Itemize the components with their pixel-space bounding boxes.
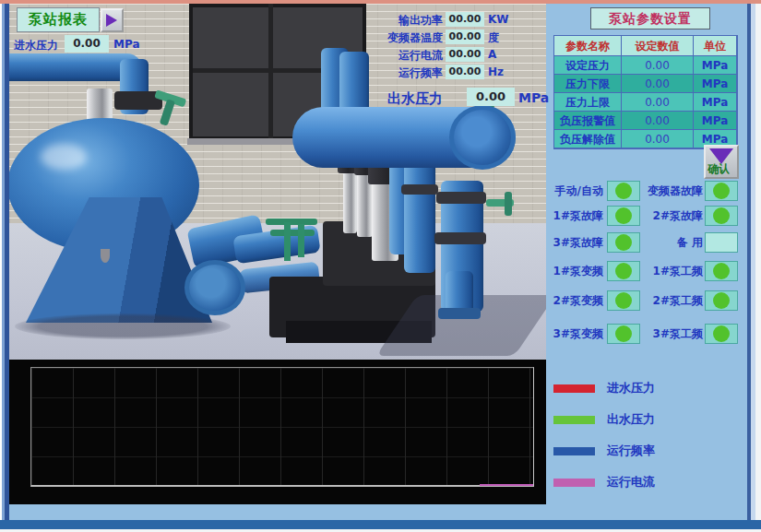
param-row-unit: MPa <box>694 56 737 75</box>
param-row-name: 负压报警值 <box>554 112 622 130</box>
inverter-temp-label: 变频器温度 <box>351 30 443 46</box>
run-current-trace <box>480 484 533 486</box>
status-label: 2#泵工频 <box>640 290 703 312</box>
status-label: 3#泵工频 <box>640 323 703 345</box>
param-row-value-input[interactable]: 0.00 <box>622 75 694 93</box>
report-arrow-button[interactable] <box>101 8 124 32</box>
legend-label: 出水压力 <box>607 411 655 428</box>
tank-highlight <box>41 144 87 170</box>
tank-shadow <box>15 313 231 339</box>
inlet-pressure-value: 0.00 <box>65 35 109 53</box>
param-row-name: 设定压力 <box>554 56 622 75</box>
run-frequency-unit: Hz <box>488 65 504 78</box>
param-header-name: 参数名称 <box>554 36 622 56</box>
pump3-fault-lamp <box>607 232 640 253</box>
status-label: 1#泵变频 <box>544 260 603 282</box>
output-power-label: 输出功率 <box>351 13 443 29</box>
output-power-unit: KW <box>488 13 509 26</box>
trend-chart <box>9 360 546 504</box>
param-row-value-input[interactable]: 0.00 <box>622 130 694 148</box>
status-label: 手动/自动 <box>544 180 603 202</box>
settings-panel-title: 泵站参数设置 <box>590 7 710 30</box>
green-lamp-icon <box>713 183 730 199</box>
tank-drain <box>101 249 110 263</box>
param-row-value-input[interactable]: 0.00 <box>622 112 694 130</box>
run-current-label: 运行电流 <box>351 48 443 64</box>
pump2-fault-lamp <box>705 206 738 226</box>
legend-item: 进水压力 <box>552 379 745 397</box>
param-row-value-input[interactable]: 0.00 <box>622 56 694 75</box>
param-row-unit: MPa <box>694 112 737 130</box>
discharge-pipe <box>404 160 435 273</box>
pump-station-hmi-screen: 泵站报表 进水压力 0.00 MPa 输出功率 00.00 KW 变频器温度 0… <box>0 0 761 532</box>
param-row-value-input[interactable]: 0.00 <box>622 93 694 112</box>
pump1-vfd-lamp <box>607 261 640 281</box>
green-lamp-icon <box>713 263 730 279</box>
param-row-unit: MPa <box>694 75 737 93</box>
run-current-value: 00.00 <box>446 47 484 62</box>
legend-item: 运行电流 <box>552 473 745 491</box>
status-indicator-grid: 手动/自动 变频器故障 1#泵故障 2#泵故障 3#泵故障 备 用 1#泵变频 … <box>544 179 740 350</box>
legend-swatch-run-current <box>553 479 595 487</box>
inlet-pressure-label: 进水压力 <box>14 38 64 53</box>
pipe-collar <box>401 184 438 195</box>
manual-auto-lamp <box>607 181 640 201</box>
inverter-temp-unit: 度 <box>488 30 499 46</box>
param-row-name: 负压解除值 <box>554 130 622 148</box>
header-support-foot <box>438 308 481 319</box>
pump1-mains-lamp <box>705 261 738 281</box>
pump2-mains-lamp <box>705 290 738 311</box>
inverter-fault-lamp <box>705 181 738 201</box>
pump2-vfd-lamp <box>607 290 640 311</box>
green-lamp-icon <box>615 292 632 309</box>
outlet-pressure-unit: MPa <box>518 90 549 105</box>
green-lamp-icon <box>615 234 632 251</box>
trend-plot-area <box>30 367 534 487</box>
legend-label: 运行频率 <box>607 443 655 459</box>
run-current-unit: A <box>488 48 496 61</box>
green-lamp-icon <box>615 207 632 224</box>
status-label: 3#泵故障 <box>544 231 603 254</box>
legend-swatch-run-frequency <box>553 447 595 455</box>
pump3-vfd-lamp <box>607 324 640 344</box>
valve-handle-icon <box>484 190 517 219</box>
legend-label: 运行电流 <box>607 474 655 491</box>
bottom-frame-band <box>0 520 761 532</box>
legend-swatch-outlet-pressure <box>553 416 595 424</box>
param-row-name: 压力下限 <box>554 75 622 93</box>
run-frequency-value: 00.00 <box>446 65 484 79</box>
left-frame-band <box>0 4 9 529</box>
status-label: 2#泵变频 <box>544 290 603 312</box>
green-lamp-icon <box>615 263 632 279</box>
run-frequency-label: 运行频率 <box>351 65 443 81</box>
legend-swatch-inlet-pressure <box>553 384 595 393</box>
status-label: 1#泵工频 <box>640 260 703 282</box>
confirm-button-label: 确认 <box>707 161 730 177</box>
param-header-unit: 单位 <box>694 36 737 56</box>
green-lamp-icon <box>713 325 730 342</box>
legend-label: 进水压力 <box>607 380 655 396</box>
green-lamp-icon <box>713 207 730 224</box>
pipe-collar <box>436 192 486 204</box>
status-label: 2#泵故障 <box>640 205 703 227</box>
pump3-mains-lamp <box>705 324 738 344</box>
green-lamp-icon <box>713 292 730 309</box>
legend-item: 出水压力 <box>552 410 745 429</box>
status-label: 备 用 <box>640 231 703 254</box>
status-label: 1#泵故障 <box>544 205 603 227</box>
header-end-flange <box>449 105 516 170</box>
legend-item: 运行频率 <box>552 442 745 460</box>
outlet-pressure-value: 0.00 <box>467 88 515 106</box>
pump1-fault-lamp <box>607 206 640 226</box>
play-arrow-icon <box>106 14 117 27</box>
status-label: 3#泵变频 <box>544 323 603 345</box>
green-lamp-icon <box>615 183 632 199</box>
pump-column <box>343 169 357 233</box>
pipe-collar <box>434 232 486 244</box>
pipe-flange <box>184 260 245 315</box>
status-label: 变频器故障 <box>640 180 703 202</box>
report-button[interactable]: 泵站报表 <box>17 7 100 32</box>
valve-cluster <box>266 214 323 269</box>
spare-lamp <box>705 232 738 253</box>
confirm-button[interactable]: 确认 <box>704 145 739 179</box>
